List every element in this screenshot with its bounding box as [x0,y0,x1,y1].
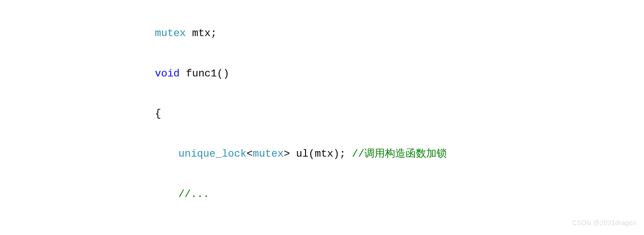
brace-token: { [155,108,161,120]
code-line: unique_lock<mutex> ul(mtx); //调用构造函数加锁 [155,144,644,165]
text-token: mtx; [192,28,217,39]
blank-line [155,229,161,235]
text-token: func1() [186,68,229,80]
type-token: mutex [253,148,284,160]
comment-token: //... [178,189,209,200]
code-block: mutex mtx; void func1() { unique_lock<mu… [155,4,644,235]
code-line: { [155,104,644,124]
text-token [186,28,192,39]
text-token: ul(mtx); [296,148,352,160]
code-line: void func1() [155,64,644,84]
comment-token: //调用构造函数加锁 [352,148,447,160]
op-token: < [246,148,253,160]
code-line: //... [155,185,644,205]
type-token: unique_lock [178,148,246,160]
text-token [180,68,186,80]
watermark: CSDN @2021dragon [572,217,636,229]
code-line: mutex mtx; [155,24,644,44]
code-line [155,225,644,235]
type-token: mutex [155,28,186,39]
op-token: > [284,148,296,160]
keyword-token: void [155,68,180,80]
